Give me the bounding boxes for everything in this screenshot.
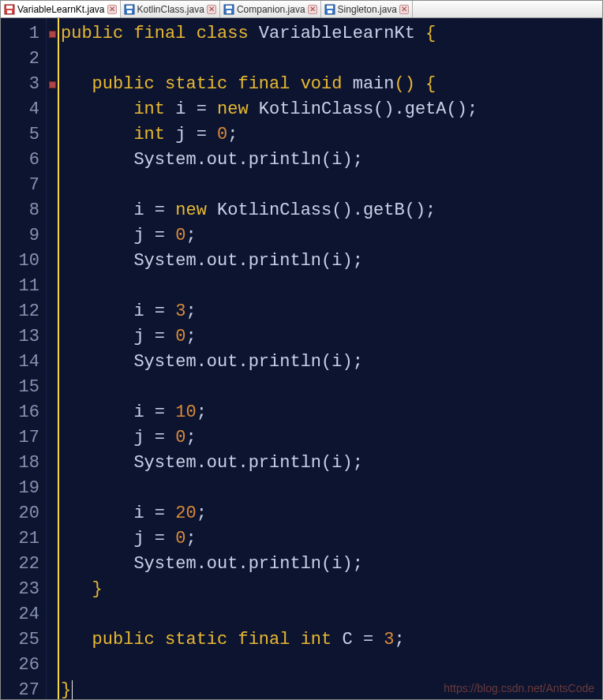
code-line: int i = new KotlinClass().getA(); — [59, 97, 602, 122]
tab-singleton[interactable]: Singleton.java ✕ — [321, 1, 413, 17]
line-number: 27 — [1, 678, 46, 700]
line-number: 17 — [1, 425, 46, 451]
close-icon[interactable]: ✕ — [207, 5, 216, 14]
tab-label: Singleton.java — [338, 4, 397, 15]
line-number: 12 — [1, 299, 46, 324]
code-line: i = 20; — [59, 501, 602, 526]
save-icon — [4, 4, 15, 15]
tab-companion[interactable]: Companion.java ✕ — [220, 1, 321, 17]
fold-gutter — [47, 18, 58, 699]
code-line: j = 0; — [59, 526, 602, 552]
close-icon[interactable]: ✕ — [107, 5, 117, 14]
fold-toggle-icon[interactable] — [49, 81, 56, 88]
code-line — [59, 476, 602, 501]
line-number: 2 — [1, 47, 46, 72]
code-line: System.out.println(i); — [59, 148, 602, 173]
code-line — [59, 47, 602, 72]
svg-rect-7 — [226, 6, 232, 9]
line-number: 9 — [1, 223, 46, 249]
cursor-icon — [72, 680, 73, 699]
editor-area[interactable]: 1 2 3 4 5 6 7 8 9 10 11 12 13 14 15 16 1… — [1, 18, 602, 699]
code-line: i = 10; — [59, 400, 602, 425]
tab-variablelearnkt[interactable]: VariableLearnKt.java ✕ — [1, 1, 121, 17]
line-number: 23 — [1, 577, 46, 602]
close-icon[interactable]: ✕ — [308, 5, 317, 14]
code-line: j = 0; — [59, 425, 602, 451]
code-line — [59, 653, 602, 678]
line-number: 11 — [1, 274, 46, 299]
fold-toggle-icon[interactable] — [49, 31, 56, 38]
svg-rect-1 — [6, 6, 13, 9]
svg-rect-11 — [328, 10, 332, 13]
code-line: System.out.println(i); — [59, 350, 602, 375]
tab-kotlinclass[interactable]: KotlinClass.java ✕ — [121, 1, 220, 17]
code-line: } — [59, 577, 602, 602]
line-number: 7 — [1, 173, 46, 198]
line-number: 14 — [1, 350, 46, 375]
line-number: 13 — [1, 324, 46, 350]
code-line — [59, 173, 602, 198]
tab-label: KotlinClass.java — [137, 4, 204, 15]
code-line — [59, 274, 602, 299]
code-line: System.out.println(i); — [59, 552, 602, 577]
code-line: i = new KotlinClass().getB(); — [59, 198, 602, 223]
code-line: public static final int C = 3; — [59, 627, 602, 653]
line-number-gutter: 1 2 3 4 5 6 7 8 9 10 11 12 13 14 15 16 1… — [1, 18, 47, 699]
line-number: 16 — [1, 400, 46, 425]
line-number: 8 — [1, 198, 46, 223]
line-number: 5 — [1, 122, 46, 148]
watermark-text: https://blog.csdn.net/AntsCode — [444, 682, 594, 694]
code-line: System.out.println(i); — [59, 451, 602, 476]
tab-label: VariableLearnKt.java — [17, 4, 105, 15]
line-number: 1 — [1, 21, 46, 47]
code-line: j = 0; — [59, 223, 602, 249]
close-icon[interactable]: ✕ — [399, 5, 409, 14]
line-number: 26 — [1, 653, 46, 678]
code-line: int j = 0; — [59, 122, 602, 148]
line-number: 6 — [1, 148, 46, 173]
svg-rect-8 — [227, 10, 231, 13]
code-line — [59, 375, 602, 400]
save-icon — [223, 4, 234, 15]
line-number: 20 — [1, 501, 46, 526]
line-number: 19 — [1, 476, 46, 501]
line-number: 24 — [1, 602, 46, 627]
code-line: public static final void main() { — [59, 72, 602, 97]
tab-label: Companion.java — [237, 4, 305, 15]
tab-bar: VariableLearnKt.java ✕ KotlinClass.java … — [1, 1, 602, 18]
line-number: 18 — [1, 451, 46, 476]
code-line: System.out.println(i); — [59, 249, 602, 274]
save-icon — [324, 4, 335, 15]
code-content[interactable]: public final class VariableLearnKt { pub… — [58, 18, 602, 699]
svg-rect-4 — [126, 6, 133, 9]
code-line: public final class VariableLearnKt { — [59, 21, 602, 47]
code-line: j = 0; — [59, 324, 602, 350]
line-number: 25 — [1, 627, 46, 653]
code-line — [59, 602, 602, 627]
svg-rect-5 — [127, 10, 132, 13]
line-number: 3 — [1, 72, 46, 97]
save-icon — [124, 4, 135, 15]
line-number: 15 — [1, 375, 46, 400]
line-number: 4 — [1, 97, 46, 122]
line-number: 22 — [1, 552, 46, 577]
line-number: 21 — [1, 526, 46, 552]
svg-rect-2 — [7, 10, 12, 13]
code-line: i = 3; — [59, 299, 602, 324]
line-number: 10 — [1, 249, 46, 274]
svg-rect-10 — [327, 6, 333, 9]
